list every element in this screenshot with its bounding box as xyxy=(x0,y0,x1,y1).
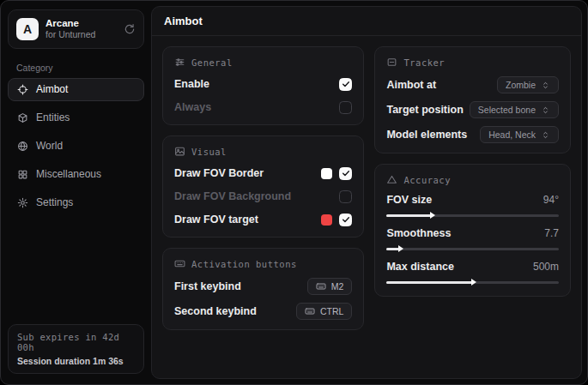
app-name: Arcane xyxy=(45,17,117,29)
sidebar-item-label: Settings xyxy=(36,196,73,208)
slider-thumb[interactable] xyxy=(471,279,476,286)
checkbox[interactable] xyxy=(339,214,352,226)
brand-text: Arcane for Unturned xyxy=(45,17,117,41)
setting-row: Always xyxy=(174,99,352,115)
setting-label: Always xyxy=(174,101,211,113)
sidebar-item-aimbot[interactable]: Aimbot xyxy=(8,78,144,101)
slider-value: 500m xyxy=(533,261,559,273)
setting-label: Second keybind xyxy=(174,305,257,317)
unfold-icon xyxy=(541,81,550,90)
slider-thumb[interactable] xyxy=(430,212,435,219)
checkbox[interactable] xyxy=(339,78,352,91)
checkbox[interactable] xyxy=(339,190,352,203)
setting-row: Aimbot atZombie xyxy=(386,76,559,93)
setting-label: Aimbot at xyxy=(386,79,436,91)
color-swatch[interactable] xyxy=(321,214,332,226)
keyboard-icon xyxy=(316,281,326,292)
sidebar-item-entities[interactable]: Entities xyxy=(8,106,144,129)
dropdown-value: Zombie xyxy=(506,80,536,90)
keybind-value: CTRL xyxy=(320,306,343,316)
keybind-button[interactable]: M2 xyxy=(307,278,353,295)
section-header-general: General xyxy=(174,57,352,68)
slider-group: Max distance500m xyxy=(386,261,559,286)
section-rows: Aimbot atZombieTarget positionSelected b… xyxy=(386,76,559,143)
grid-icon xyxy=(17,169,28,180)
setting-label: Target position xyxy=(386,104,463,116)
dropdown-value: Selected bone xyxy=(478,105,536,115)
setting-row: Draw FOV target xyxy=(174,212,352,227)
keybind-button[interactable]: CTRL xyxy=(296,303,352,320)
main-panel: Aimbot GeneralEnableAlways VisualDraw FO… xyxy=(151,6,582,379)
setting-label: Draw FOV Border xyxy=(174,167,264,179)
setting-controls: Zombie xyxy=(497,76,559,93)
slider[interactable] xyxy=(386,278,559,286)
globe-icon xyxy=(17,141,28,152)
setting-controls xyxy=(339,78,352,91)
color-swatch[interactable] xyxy=(321,168,332,179)
setting-controls: Head, Neck xyxy=(480,126,559,143)
sidebar-item-label: Miscellaneous xyxy=(36,168,101,180)
sliders-icon xyxy=(174,57,185,68)
setting-controls: Selected bone xyxy=(470,101,559,118)
sidebar-item-world[interactable]: World xyxy=(8,135,144,158)
slider[interactable] xyxy=(386,244,559,253)
crosshair-icon xyxy=(17,84,28,95)
dropdown-select[interactable]: Selected bone xyxy=(470,101,559,118)
keyboard-icon xyxy=(174,258,185,269)
keyboard-icon xyxy=(305,306,315,316)
setting-controls xyxy=(321,214,352,226)
sidebar-item-label: Aimbot xyxy=(36,83,68,95)
app-logo: A xyxy=(16,18,39,40)
section-header-tracker: Tracker xyxy=(386,57,559,68)
setting-controls: M2 xyxy=(307,278,353,295)
setting-row: First keybindM2 xyxy=(174,278,352,295)
app-subtitle: for Unturned xyxy=(45,29,117,40)
section-title: General xyxy=(191,57,233,68)
slider-label: Smoothness xyxy=(386,227,451,239)
slider-thumb[interactable] xyxy=(398,245,403,252)
checkbox[interactable] xyxy=(339,167,352,180)
section-title: Visual xyxy=(191,147,227,157)
card-accuracy: AccuracyFOV size94°Smoothness7.7Max dist… xyxy=(374,164,571,297)
slider-label: FOV size xyxy=(386,194,432,206)
right-column: TrackerAimbot atZombieTarget positionSel… xyxy=(374,46,571,330)
slider[interactable] xyxy=(386,211,559,220)
section-title: Tracker xyxy=(403,57,445,68)
setting-row: Second keybindCTRL xyxy=(174,303,352,320)
scan-icon xyxy=(386,57,397,68)
category-label: Category xyxy=(16,63,136,73)
section-rows: EnableAlways xyxy=(174,76,352,115)
section-title: Accuracy xyxy=(403,175,451,185)
sub-expires-text: Sub expires in 42d 00h xyxy=(17,332,135,352)
sidebar-nav: AimbotEntitiesWorldMiscellaneousSettings xyxy=(1,78,151,214)
slider-fill xyxy=(386,281,472,284)
keybind-value: M2 xyxy=(331,281,344,292)
page-title: Aimbot xyxy=(164,15,203,27)
dropdown-select[interactable]: Zombie xyxy=(497,76,559,93)
refresh-icon[interactable] xyxy=(124,23,136,35)
sidebar-item-miscellaneous[interactable]: Miscellaneous xyxy=(8,163,144,186)
section-header-activation: Activation buttons xyxy=(174,258,352,269)
slider-value: 7.7 xyxy=(544,227,559,239)
slider-group: FOV size94° xyxy=(386,194,559,220)
brand-card: A Arcane for Unturned xyxy=(8,9,144,49)
setting-controls xyxy=(321,167,352,180)
card-activation: Activation buttonsFirst keybindM2Second … xyxy=(162,248,364,330)
sidebar-item-label: Entities xyxy=(36,111,70,123)
sidebar-item-label: World xyxy=(36,140,63,152)
section-rows: Draw FOV BorderDraw FOV BackgroundDraw F… xyxy=(174,165,352,227)
setting-label: Enable xyxy=(174,78,209,90)
dropdown-value: Head, Neck xyxy=(488,129,536,140)
setting-label: Draw FOV target xyxy=(174,214,258,226)
setting-row: Model elementsHead, Neck xyxy=(386,126,559,143)
unfold-icon xyxy=(541,130,550,140)
setting-row: Draw FOV Border xyxy=(174,165,352,181)
slider-value: 94° xyxy=(543,194,559,206)
sidebar-item-settings[interactable]: Settings xyxy=(8,191,144,214)
unfold-icon xyxy=(541,105,550,115)
card-tracker: TrackerAimbot atZombieTarget positionSel… xyxy=(374,46,571,153)
checkbox[interactable] xyxy=(339,101,352,114)
section-rows: First keybindM2Second keybindCTRL xyxy=(174,278,352,320)
dropdown-select[interactable]: Head, Neck xyxy=(480,126,559,143)
setting-controls xyxy=(339,190,352,203)
